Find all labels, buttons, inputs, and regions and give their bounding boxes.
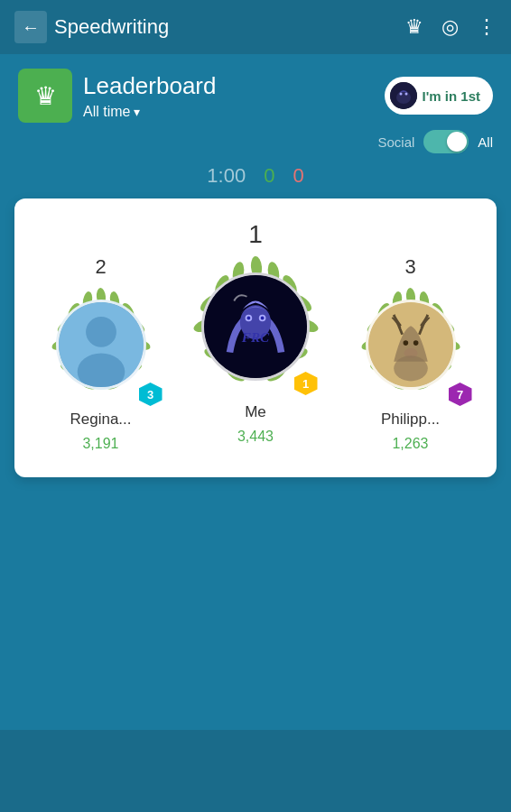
svg-point-2 <box>399 93 402 96</box>
social-all-toggle[interactable] <box>423 130 469 153</box>
social-label: Social <box>377 134 414 150</box>
leaderboard-text-group: Leaderboard All time ▾ <box>83 72 216 120</box>
rank-avatar-svg <box>390 82 417 109</box>
timer-display: 1:00 <box>207 164 246 188</box>
avatar-second-svg <box>59 300 144 390</box>
leaderboard-header: ♛ Leaderboard All time ▾ <box>0 54 511 130</box>
bottom-area <box>0 495 511 730</box>
svg-point-37 <box>247 316 251 319</box>
svg-point-1 <box>396 91 411 104</box>
player-score-second: 3,191 <box>82 436 118 452</box>
svg-point-19 <box>77 353 125 390</box>
back-icon: ← <box>22 17 40 38</box>
player-name-first: Me <box>245 403 266 421</box>
player-rank-first: 1 <box>248 220 263 249</box>
player-second: 2 <box>42 255 160 452</box>
player-rank-second: 2 <box>95 255 106 279</box>
crown-badge: ♛ <box>18 69 72 123</box>
app-title: Speedwriting <box>54 15 169 39</box>
avatar-third-svg <box>368 300 453 390</box>
player-score-first: 3,443 <box>237 429 274 445</box>
svg-text:FRC: FRC <box>241 329 270 345</box>
player-third: 3 <box>352 255 469 452</box>
svg-point-54 <box>403 340 408 346</box>
player-score-third: 1,263 <box>392 436 428 452</box>
rank-avatar-inner <box>390 82 417 109</box>
player-name-third: Philipp... <box>381 411 440 429</box>
dropdown-arrow-icon: ▾ <box>134 105 140 119</box>
leaderboard-title: Leaderboard <box>83 72 216 100</box>
time-filter-label: All time <box>83 104 130 120</box>
nav-icons: ♛ ◎ ⋮ <box>405 15 497 39</box>
rank-level-third: 7 <box>449 383 472 406</box>
avatar-first-svg: FRC <box>204 272 307 381</box>
toggle-row: Social All <box>0 130 511 161</box>
svg-point-38 <box>261 316 265 319</box>
svg-point-18 <box>86 317 116 347</box>
score-green: 0 <box>264 164 274 188</box>
player-rank-third: 3 <box>404 255 415 279</box>
time-filter-button[interactable]: All time ▾ <box>83 104 216 120</box>
main-content: ♛ Leaderboard All time ▾ <box>0 54 511 730</box>
avatar-first[interactable]: FRC <box>201 272 310 381</box>
rank-level-first: 1 <box>294 372 318 395</box>
back-button[interactable]: ← <box>14 11 47 43</box>
second-leaf-wrapper: 3 <box>42 286 160 403</box>
rank-badge-avatar <box>390 82 417 109</box>
rank-badge-text: I'm in 1st <box>423 88 480 104</box>
score-red: 0 <box>293 164 303 188</box>
title-section: ♛ Leaderboard All time ▾ <box>18 69 216 123</box>
svg-point-3 <box>404 93 407 96</box>
top-nav-bar: ← Speedwriting ♛ ◎ ⋮ <box>0 0 511 54</box>
third-leaf-wrapper: 7 <box>352 286 469 403</box>
svg-point-57 <box>394 355 428 381</box>
rank-hex-second: 3 <box>138 382 163 407</box>
player-name-second: Regina... <box>70 411 131 429</box>
first-leaf-wrapper: FRC 1 <box>186 256 326 396</box>
more-options-icon[interactable]: ⋮ <box>477 15 497 39</box>
timer-row: 1:00 0 0 <box>0 161 511 198</box>
award-icon[interactable]: ◎ <box>441 15 459 39</box>
nav-left: ← Speedwriting <box>14 11 169 43</box>
rank-level-second: 3 <box>139 383 163 406</box>
toggle-knob <box>447 132 467 152</box>
crown-badge-icon: ♛ <box>34 81 57 111</box>
player-first: 1 <box>186 220 326 445</box>
svg-point-55 <box>413 340 418 346</box>
avatar-second[interactable] <box>56 300 146 390</box>
rank-badge[interactable]: I'm in 1st <box>385 77 493 115</box>
leaderboard-card: 2 <box>14 198 497 477</box>
crown-icon[interactable]: ♛ <box>405 15 423 39</box>
rank-hex-first: 1 <box>293 371 319 396</box>
rank-hex-third: 7 <box>448 382 473 407</box>
avatar-third[interactable] <box>366 300 456 390</box>
all-label: All <box>478 134 493 150</box>
